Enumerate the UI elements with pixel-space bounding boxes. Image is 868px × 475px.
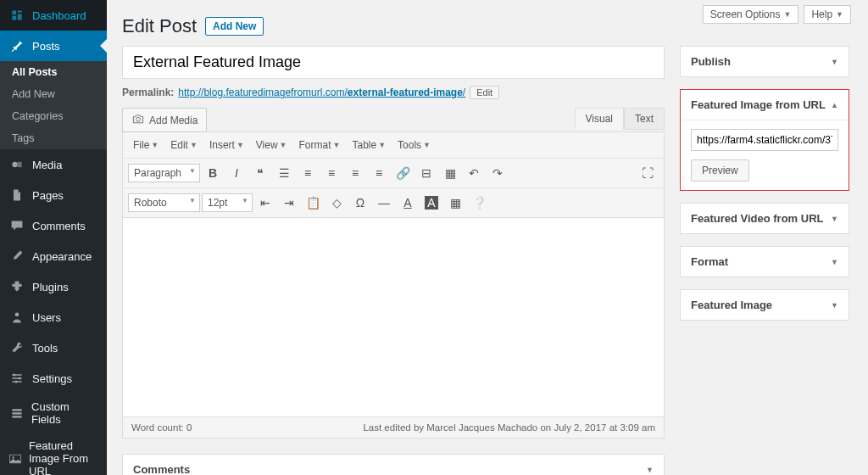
camera-icon — [131, 112, 145, 128]
add-new-button[interactable]: Add New — [205, 17, 264, 36]
help-button[interactable]: Help▼ — [804, 5, 851, 24]
pages-icon — [8, 187, 25, 204]
submenu-tags[interactable]: Tags — [0, 127, 107, 149]
menu-insert[interactable]: Insert ▼ — [204, 136, 249, 154]
bullet-list-button[interactable]: ☰ — [273, 162, 295, 184]
editor-status-bar: Word count: 0 Last edited by Marcel Jacq… — [122, 417, 665, 439]
sidebar-item-appearance[interactable]: Appearance — [0, 241, 107, 271]
sidebar-label: Featured Image From URL — [29, 439, 98, 475]
editor-column: Permalink: http://blog.featuredimagefrom… — [122, 46, 665, 475]
caret-down-icon[interactable]: ▼ — [646, 466, 654, 474]
screen-options-button[interactable]: Screen Options▼ — [703, 5, 799, 24]
outdent-button[interactable]: ⇤ — [254, 192, 276, 214]
toolbar-toggle-button[interactable]: ▦ — [439, 162, 461, 184]
post-title-input[interactable] — [122, 46, 665, 79]
menu-format[interactable]: Format ▼ — [294, 136, 346, 154]
sidebar-item-fifu[interactable]: Featured Image From URL — [0, 433, 107, 475]
video-heading[interactable]: Featured Video from URL▼ — [681, 204, 849, 233]
caret-up-icon: ▲ — [831, 101, 838, 109]
sidebar-label: Comments — [32, 220, 86, 232]
sidebar-label: Media — [32, 159, 62, 171]
submenu-add-new[interactable]: Add New — [0, 83, 107, 105]
sliders-icon — [8, 370, 25, 387]
permalink-link[interactable]: http://blog.featuredimagefromurl.com/ext… — [178, 87, 465, 98]
redo-button[interactable]: ↷ — [487, 162, 509, 184]
sidebar-item-users[interactable]: Users — [0, 302, 107, 332]
menu-file[interactable]: File ▼ — [128, 136, 164, 154]
editor-mode-tabs: Visual Text — [575, 108, 665, 130]
sidebar-item-settings[interactable]: Settings — [0, 363, 107, 394]
caret-down-icon: ▼ — [836, 10, 843, 19]
svg-rect-6 — [12, 412, 21, 414]
fullscreen-button[interactable]: ⛶ — [637, 162, 659, 184]
hr-button[interactable]: — — [373, 192, 395, 214]
last-edited: Last edited by Marcel Jacques Machado on… — [363, 422, 655, 433]
sidebar-item-dashboard[interactable]: Dashboard — [0, 0, 107, 31]
undo-button[interactable]: ↶ — [463, 162, 485, 184]
svg-point-2 — [13, 373, 15, 376]
sidebar-label: Pages — [32, 189, 64, 202]
menu-table[interactable]: Table ▼ — [347, 136, 391, 154]
sidebar-item-posts[interactable]: Posts — [0, 31, 107, 61]
bg-color-button[interactable]: A — [420, 192, 442, 214]
blockquote-button[interactable]: ❝ — [249, 162, 271, 184]
svg-point-12 — [136, 117, 141, 121]
menu-tools[interactable]: Tools ▼ — [392, 136, 436, 154]
permalink-row: Permalink: http://blog.featuredimagefrom… — [122, 86, 665, 99]
permalink-label: Permalink: — [122, 87, 174, 98]
align-right-button[interactable]: ≡ — [368, 162, 390, 184]
paste-button[interactable]: 📋 — [302, 192, 324, 214]
align-center-button[interactable]: ≡ — [344, 162, 366, 184]
publish-heading[interactable]: Publish▼ — [681, 47, 849, 76]
indent-button[interactable]: ⇥ — [278, 192, 300, 214]
menu-view[interactable]: View ▼ — [251, 136, 292, 154]
plugin-icon — [8, 278, 25, 295]
permalink-edit-button[interactable]: Edit — [470, 86, 499, 99]
submenu-categories[interactable]: Categories — [0, 105, 107, 127]
number-list-button[interactable]: ≡ — [297, 162, 319, 184]
format-metabox: Format▼ — [680, 246, 849, 277]
special-char-button[interactable]: Ω — [349, 192, 371, 214]
sidebar-label: Plugins — [32, 281, 69, 293]
svg-point-9 — [12, 456, 14, 458]
sidebar-item-custom-fields[interactable]: Custom Fields — [0, 394, 107, 433]
read-more-button[interactable]: ⊟ — [415, 162, 437, 184]
publish-metabox: Publish▼ — [680, 46, 849, 77]
tab-text[interactable]: Text — [624, 108, 665, 130]
menu-edit[interactable]: Edit ▼ — [165, 136, 203, 154]
link-button[interactable]: 🔗 — [392, 162, 414, 184]
size-select[interactable]: 12pt — [202, 193, 253, 212]
fifu-url-input[interactable] — [691, 129, 838, 151]
sidebar-item-media[interactable]: Media — [0, 149, 107, 180]
admin-sidebar: Dashboard Posts All Posts Add New Catego… — [0, 0, 107, 475]
align-left-button[interactable]: ≡ — [320, 162, 342, 184]
help-icon-button[interactable]: ❔ — [468, 192, 490, 214]
fifu-heading[interactable]: Featured Image from URL▲ — [681, 90, 849, 120]
sidebar-item-comments[interactable]: Comments — [0, 210, 107, 241]
bold-button[interactable]: B — [202, 162, 224, 184]
text-color-button[interactable]: A — [397, 192, 419, 214]
add-media-button[interactable]: Add Media — [122, 108, 207, 132]
fifu-preview-button[interactable]: Preview — [691, 159, 749, 182]
comments-heading: Comments — [133, 463, 190, 475]
sidebar-label: Users — [32, 311, 61, 324]
italic-button[interactable]: I — [225, 162, 248, 184]
svg-point-0 — [12, 162, 17, 167]
content-editor[interactable] — [122, 218, 665, 417]
clear-format-button[interactable]: ◇ — [326, 192, 348, 214]
paragraph-select[interactable]: Paragraph — [128, 164, 200, 182]
svg-point-4 — [15, 380, 18, 383]
sidebar-item-tools[interactable]: Tools — [0, 332, 107, 363]
featured-image-heading[interactable]: Featured Image▼ — [681, 290, 849, 320]
caret-down-icon: ▼ — [783, 10, 791, 19]
fields-icon — [8, 405, 25, 422]
sidebar-item-plugins[interactable]: Plugins — [0, 271, 107, 302]
dashboard-icon — [8, 7, 25, 24]
format-heading[interactable]: Format▼ — [681, 247, 849, 277]
submenu-all-posts[interactable]: All Posts — [0, 61, 107, 83]
tab-visual[interactable]: Visual — [575, 108, 624, 130]
table-button[interactable]: ▦ — [444, 192, 466, 214]
font-select[interactable]: Roboto — [128, 193, 200, 212]
caret-down-icon: ▼ — [831, 215, 838, 223]
sidebar-item-pages[interactable]: Pages — [0, 180, 107, 210]
